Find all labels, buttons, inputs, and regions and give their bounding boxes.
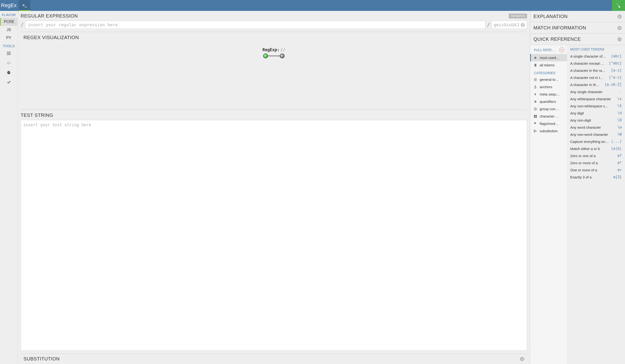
flags-input[interactable]: gmixXsuUAJ ?	[492, 21, 527, 29]
viz-pattern: //	[281, 47, 285, 52]
token-pattern: .	[620, 90, 622, 94]
settings-button[interactable]	[612, 0, 625, 11]
tool-validate-button[interactable]	[0, 78, 18, 88]
test-string-input[interactable]	[21, 120, 527, 351]
substitution-header[interactable]: SUBSTITUTION +	[21, 354, 527, 364]
token-row[interactable]: Any non-digit\D	[567, 117, 624, 124]
svg-point-17	[534, 131, 535, 132]
terminal-icon: >_	[22, 3, 27, 7]
token-row[interactable]: Match either a or b(a|b)	[567, 145, 624, 152]
viz-graph	[262, 54, 285, 58]
token-row[interactable]: Exactly 3 of aa{3}	[567, 174, 624, 181]
cat-flags[interactable]: flags/mod…	[530, 120, 567, 127]
flavor-js[interactable]: JS	[0, 26, 18, 34]
token-row[interactable]: Any single character.	[567, 88, 624, 95]
full-reference-label[interactable]: FULL REFE…	[534, 48, 555, 52]
token-pattern: \d	[617, 111, 622, 115]
full-reference-row: FULL REFE…	[530, 45, 567, 54]
cat-group[interactable]: group con…	[530, 105, 567, 113]
asterisk-icon	[533, 100, 537, 104]
token-row[interactable]: A character in th…[a-zA-Z]	[567, 81, 624, 88]
cat-all-tokens[interactable]: all tokens	[530, 61, 567, 69]
help-icon[interactable]: ?	[521, 23, 525, 27]
token-row[interactable]: A single character of…[abc]	[567, 53, 624, 60]
regex-input[interactable]	[25, 21, 485, 29]
logo-right: Ex	[10, 2, 17, 8]
token-pattern: [^abc]	[609, 61, 622, 65]
svg-point-0	[561, 49, 562, 51]
token-row[interactable]: Any digit\d	[567, 110, 624, 117]
token-desc: Any non-digit	[570, 118, 616, 122]
token-row[interactable]: Zero or more of aa*	[567, 159, 624, 166]
token-row[interactable]: A character except:…[^abc]	[567, 60, 624, 67]
left-delimiter: /	[21, 22, 24, 28]
token-desc: A character except:…	[570, 61, 607, 65]
token-desc: A character not in t…	[570, 76, 607, 80]
cat-substitution[interactable]: substitution	[530, 127, 567, 135]
token-desc: Zero or more of a	[570, 161, 616, 165]
token-desc: Match either a or b	[570, 147, 609, 151]
token-pattern: \w	[617, 125, 622, 129]
layout: FLAVOR PCRE JS PY TOOLS REGULAR EXPRESSI…	[0, 11, 625, 364]
cli-tab[interactable]: >_	[19, 0, 30, 11]
expand-explanation-icon[interactable]: +	[617, 14, 622, 19]
flag-icon	[533, 122, 537, 126]
svg-point-11	[535, 109, 536, 110]
quickref-header[interactable]: QUICK REFERENCE −	[530, 34, 625, 45]
token-desc: Any non-whitespace c…	[570, 104, 616, 108]
svg-point-4	[534, 66, 536, 66]
anchor-icon	[533, 85, 537, 89]
token-desc: Any word character	[570, 125, 616, 129]
token-pattern: [abc]	[611, 54, 622, 58]
token-desc: Capture everything en…	[570, 140, 609, 144]
tools-heading: TOOLS	[0, 42, 18, 49]
main-panel: REGULAR EXPRESSION NO MATCH / / gmixXsuU…	[18, 11, 530, 364]
token-pattern: [^a-z]	[609, 75, 622, 80]
scissors-icon	[533, 129, 537, 133]
token-pattern: \S	[617, 104, 622, 108]
token-row[interactable]: One or more of aa+	[567, 166, 624, 174]
token-desc: Zero or one of a	[570, 154, 616, 158]
match-info-header[interactable]: MATCH INFORMATION +	[530, 22, 625, 34]
token-row[interactable]: Capture everything en…(...)	[567, 138, 624, 145]
expand-match-icon[interactable]: +	[617, 26, 622, 30]
cat-meta[interactable]: meta sequ…	[530, 91, 567, 98]
search-button[interactable]	[559, 47, 564, 53]
token-list: MOST USED TOKENS A single character of…[…	[567, 45, 625, 364]
flavor-pcre[interactable]: PCRE	[0, 18, 18, 26]
token-desc: Any non-word character	[570, 132, 616, 136]
explanation-header[interactable]: EXPLANATION +	[530, 11, 625, 22]
svg-point-6	[535, 79, 536, 80]
right-delimiter: /	[487, 22, 490, 28]
token-pattern: \s	[617, 97, 622, 101]
sidebar: FLAVOR PCRE JS PY TOOLS	[0, 11, 18, 364]
flavor-py[interactable]: PY	[0, 34, 18, 42]
token-row[interactable]: A character in the ra…[a-z]	[567, 67, 624, 74]
match-info-title: MATCH INFORMATION	[533, 25, 586, 30]
token-row[interactable]: Any non-word character\W	[567, 131, 624, 138]
logo[interactable]: RegEx	[0, 0, 19, 11]
cat-character[interactable]: character …	[530, 113, 567, 120]
token-row[interactable]: A character not in t…[^a-z]	[567, 74, 624, 81]
token-pattern: \W	[617, 132, 622, 136]
cat-most-used[interactable]: most used…	[530, 54, 567, 61]
token-row[interactable]: Any non-whitespace c…\S	[567, 102, 624, 110]
viz-canvas: RegExp: //	[24, 43, 524, 107]
tool-code-button[interactable]	[0, 59, 18, 68]
cat-anchors[interactable]: anchors	[530, 83, 567, 91]
svg-point-2	[534, 64, 536, 64]
tool-debug-button[interactable]	[0, 68, 18, 78]
token-row[interactable]: Zero or one of aa?	[567, 152, 624, 159]
collapse-quickref-icon[interactable]: −	[617, 37, 622, 41]
expand-icon[interactable]: +	[520, 357, 524, 361]
code-icon	[6, 61, 11, 66]
cat-quantifiers[interactable]: quantifiers	[530, 98, 567, 105]
tool-list-button[interactable]	[0, 49, 18, 59]
svg-rect-13	[536, 115, 537, 116]
token-row[interactable]: Any word character\w	[567, 124, 624, 131]
token-desc: Any digit	[570, 111, 616, 115]
token-pattern: \D	[617, 118, 622, 122]
cat-general[interactable]: general to…	[530, 76, 567, 83]
token-pattern: a?	[617, 153, 622, 158]
token-row[interactable]: Any whitespace character\s	[567, 95, 624, 102]
